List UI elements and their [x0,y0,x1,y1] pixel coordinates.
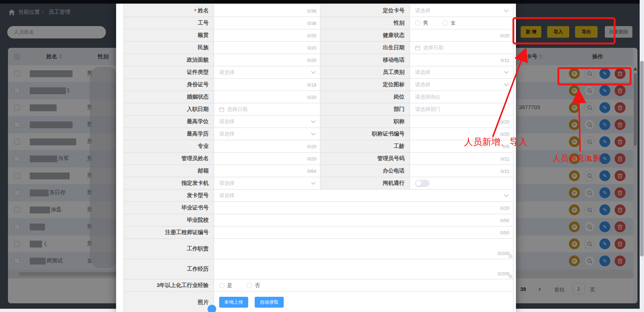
form-label: 移动电话 [320,54,410,66]
employee-form-table: *姓名0/36定位卡号请选择工号0/36性别男女籍贯0/20健康状态0/20民族… [123,4,513,312]
form-row: 邮箱0/64办公电话0/11 [124,165,513,177]
form-field[interactable]: 0/200 [214,239,513,259]
radio-option[interactable]: 男 [415,20,428,26]
form-field[interactable] [410,177,513,189]
radio-circle-icon[interactable] [415,20,421,26]
form-row: 政治面貌0/20移动电话0/11 [124,54,513,66]
form-label: 发卡型号 [124,190,214,201]
form-field[interactable]: 0/11 [410,165,513,177]
form-field[interactable]: 请选择 [214,66,320,78]
radio-circle-icon[interactable] [247,283,252,288]
form-row: 证件类型请选择员工类别请选择 [124,66,513,79]
form-label: 入职日期 [124,103,214,115]
form-field[interactable]: 选择日期 [214,103,320,115]
form-label: 最高学历 [124,128,214,140]
form-label: *姓名 [124,5,214,17]
form-field[interactable]: 0/36 [214,5,320,17]
auto-capture-button[interactable]: 自动录取 [255,297,284,308]
form-field[interactable]: 0/20 [214,54,320,66]
form-field[interactable]: 请选择 [214,116,320,128]
form-field[interactable]: 0/20 [214,140,320,152]
form-label: 籍贯 [124,29,214,41]
chevron-down-icon [504,8,509,12]
form-label: 毕业院校 [124,214,214,226]
form-row: 发卡型号请选择 [124,190,513,202]
photo-avatar-placeholder-icon [208,305,216,312]
form-field[interactable]: 请选择部门 [410,103,513,115]
radio-option[interactable]: 女 [443,20,456,26]
form-row: 工号0/36性别男女 [124,17,513,29]
form-label: 健康状态 [320,29,410,41]
radio-circle-icon[interactable] [443,20,448,26]
page-scrollbar-thumb[interactable] [640,61,644,257]
form-label: 定位图标 [320,79,410,91]
form-field[interactable]: 0/11 [410,54,513,66]
form-field[interactable]: 0/5 [410,140,513,152]
radio-option[interactable]: 是 [219,282,232,289]
form-field[interactable]: 本地上传自动录取 [214,292,513,312]
form-row: 注册工程师证编号0/50 [124,226,513,239]
form-row: 籍贯0/20健康状态0/20 [124,29,513,42]
form-field[interactable]: 请选择 [410,5,513,17]
form-label: 工作经历 [124,259,214,279]
form-field[interactable]: 0/20 [214,29,320,41]
form-field[interactable]: 请选择 [410,66,513,78]
form-label: 专业 [124,140,214,152]
form-label: 性别 [320,17,410,29]
chevron-down-icon [504,69,509,74]
form-label: 3年以上化工行业经验 [124,279,214,291]
form-field[interactable]: 0/20 [214,91,320,103]
form-label: 员工类别 [320,66,410,78]
textarea-resize-handle[interactable] [509,275,512,278]
form-field[interactable]: 0/20 [214,202,513,214]
form-label: 证件类型 [124,66,214,78]
form-label: 民族 [124,42,214,54]
form-label: 管理员号码 [320,153,410,165]
radio-option[interactable]: 否 [247,282,260,289]
page-scrollbar[interactable] [640,0,644,312]
form-row: 专业0/20工龄0/5 [124,140,513,153]
form-field[interactable]: 请选择 [214,177,320,189]
form-label: 指定发卡机 [124,177,214,189]
chevron-down-icon [504,82,509,86]
chevron-down-icon [311,118,316,123]
form-row: 3年以上化工行业经验是否 [124,279,513,292]
form-field[interactable]: 选择日期 [410,42,513,54]
form-field[interactable]: 请选择 [214,190,513,201]
gate-pass-toggle[interactable] [415,180,430,187]
employee-form-dialog: *姓名0/36定位卡号请选择工号0/36性别男女籍贯0/20健康状态0/20民族… [116,4,516,312]
form-label: 邮箱 [124,165,214,177]
form-field[interactable]: 男女 [410,17,513,29]
local-upload-button[interactable]: 本地上传 [219,297,248,308]
form-label: 出生日期 [320,42,410,54]
form-label: 政治面貌 [124,54,214,66]
form-label: 定位卡号 [320,5,410,17]
form-label: 照片 [124,292,214,312]
form-field[interactable]: 0/50 [214,226,513,238]
form-field[interactable]: 0/20 [410,116,513,128]
textarea-resize-handle[interactable] [509,254,512,258]
required-asterisk: * [194,8,196,14]
form-field[interactable]: 0/20 [410,29,513,41]
radio-circle-icon[interactable] [219,283,225,288]
form-field[interactable]: 请选择岗位 [410,91,513,103]
form-field[interactable]: 请选择 [214,128,320,140]
form-field[interactable]: 0/18 [214,79,320,91]
form-row: 毕业院校0/50 [124,214,513,226]
form-field[interactable]: 请选择 [410,79,513,91]
form-label: 管理员姓名 [124,153,214,165]
form-field[interactable]: 0/20 [410,128,513,140]
form-field[interactable]: 0/20 [214,153,320,165]
form-field[interactable]: 0/11 [410,153,513,165]
form-field[interactable]: 0/200 [214,259,513,279]
form-row: 管理员姓名0/20管理员号码0/11 [124,153,513,165]
form-field[interactable]: 0/50 [214,214,513,226]
form-label: 身份证号 [124,79,214,91]
form-row: 民族0/20出生日期选择日期 [124,42,513,54]
form-field[interactable]: 0/36 [214,17,320,29]
form-label: 职称证书编号 [320,128,410,140]
form-field[interactable]: 是否 [214,279,513,291]
form-field[interactable]: 0/64 [214,165,320,177]
form-label: 闸机通行 [320,177,410,189]
form-field[interactable]: 0/20 [214,42,320,54]
